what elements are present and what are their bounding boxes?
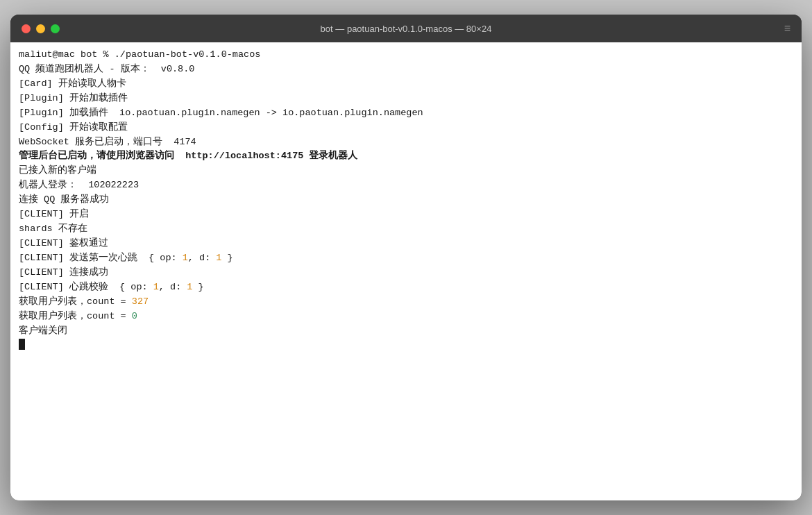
terminal-line: 已接入新的客户端 <box>19 164 793 178</box>
terminal-cursor <box>19 339 25 350</box>
user-list-line-2: 获取用户列表，count = 0 <box>19 310 793 324</box>
count-value-1: 327 <box>132 296 149 307</box>
terminal-line: shards 不存在 <box>19 222 793 237</box>
terminal-body[interactable]: maliut@mac bot % ./paotuan-bot-v0.1.0-ma… <box>10 42 802 500</box>
close-button[interactable] <box>22 24 31 33</box>
maximize-button[interactable] <box>51 24 60 33</box>
title-bar: bot — paotuan-bot-v0.1.0-macos — 80×24 ≡ <box>10 15 802 42</box>
heartbeat-line-2: [CLIENT] 心跳校验 { op: 1, d: 1 } <box>19 280 793 295</box>
terminal-line: maliut@mac bot % ./paotuan-bot-v0.1.0-ma… <box>19 48 793 62</box>
op-value-1: 1 <box>183 253 188 263</box>
op-value-2: 1 <box>153 282 159 292</box>
terminal-line: [Card] 开始读取人物卡 <box>19 77 793 92</box>
terminal-line: [CLIENT] 连接成功 <box>19 266 793 280</box>
terminal-line: [CLIENT] 开启 <box>19 208 793 222</box>
terminal-line: [Config] 开始读取配置 <box>19 121 793 135</box>
traffic-lights <box>22 24 60 33</box>
terminal-window: bot — paotuan-bot-v0.1.0-macos — 80×24 ≡… <box>10 15 802 500</box>
terminal-line: [CLIENT] 鉴权通过 <box>19 237 793 251</box>
d-value-2: 1 <box>187 282 192 292</box>
terminal-line: QQ 频道跑团机器人 - 版本： v0.8.0 <box>19 62 793 77</box>
cursor-line <box>19 338 793 353</box>
count-value-2: 0 <box>132 311 137 321</box>
terminal-line: 连接 QQ 服务器成功 <box>19 193 793 208</box>
terminal-line: 机器人登录： 102022223 <box>19 178 793 193</box>
terminal-line: [Plugin] 开始加载插件 <box>19 92 793 106</box>
title-bar-right: ≡ <box>784 22 790 35</box>
user-list-line-1: 获取用户列表，count = 327 <box>19 295 793 310</box>
terminal-line: [Plugin] 加载插件 io.paotuan.plugin.namegen … <box>19 106 793 121</box>
terminal-line: WebSocket 服务已启动，端口号 4174 <box>19 135 793 150</box>
window-title: bot — paotuan-bot-v0.1.0-macos — 80×24 <box>321 24 492 34</box>
scroll-icon: ≡ <box>784 22 790 35</box>
admin-start-line: 管理后台已启动，请使用浏览器访问 http://localhost:4175 登… <box>19 149 793 164</box>
terminal-line: 客户端关闭 <box>19 324 793 339</box>
heartbeat-line-1: [CLIENT] 发送第一次心跳 { op: 1, d: 1 } <box>19 251 793 266</box>
d-value-1: 1 <box>216 253 221 263</box>
minimize-button[interactable] <box>36 24 45 33</box>
